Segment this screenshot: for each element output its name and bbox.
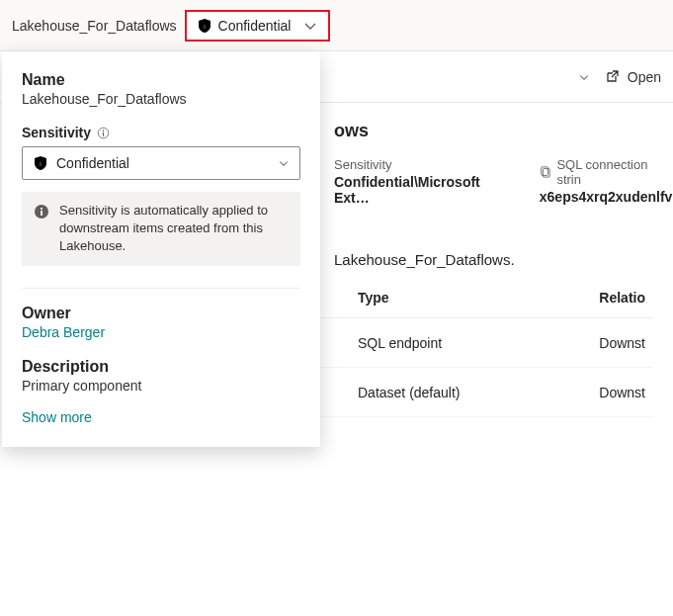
open-button[interactable]: Open: [604, 69, 661, 85]
sensitivity-field-value: Confidential\Microsoft Ext…: [334, 174, 480, 206]
name-heading: Name: [22, 71, 300, 89]
owner-heading: Owner: [22, 305, 300, 322]
chevron-down-icon: [302, 18, 318, 34]
col-type[interactable]: Type: [350, 278, 548, 318]
open-label: Open: [628, 69, 661, 85]
open-external-icon: [604, 69, 620, 85]
sensitivity-heading: Sensitivity: [22, 125, 300, 140]
sensitivity-callout: Sensitivity is automatically applied to …: [22, 192, 300, 266]
sql-connection-label: SQL connection strin: [540, 157, 673, 187]
details-flyout: Name Lakehouse_For_Dataflows Sensitivity…: [2, 51, 320, 447]
sensitivity-chip-label: Confidential: [218, 18, 292, 34]
shield-icon: [33, 155, 48, 171]
svg-point-7: [103, 130, 105, 132]
row-relation: Downst: [548, 368, 653, 417]
chevron-down-icon: [278, 157, 290, 169]
description-value: Primary component: [22, 378, 300, 394]
owner-link[interactable]: Debra Berger: [22, 324, 300, 340]
related-heading: Lakehouse_For_Dataflows.: [334, 251, 653, 268]
sensitivity-select-value: Confidential: [56, 155, 129, 171]
col-relation[interactable]: Relatio: [548, 278, 653, 318]
row-relation: Downst: [548, 318, 653, 368]
row-type: Dataset (default): [350, 368, 548, 417]
shield-icon: [197, 18, 212, 34]
name-value: Lakehouse_For_Dataflows: [22, 91, 300, 107]
info-icon[interactable]: [97, 127, 110, 139]
show-more-link[interactable]: Show more: [22, 409, 92, 425]
copy-icon: [540, 165, 553, 179]
svg-rect-11: [41, 211, 42, 216]
chevron-down-icon[interactable]: [578, 71, 590, 83]
svg-point-10: [41, 208, 42, 210]
sensitivity-chip[interactable]: Confidential: [185, 10, 331, 42]
sensitivity-select[interactable]: Confidential: [22, 146, 300, 180]
sensitivity-field-label: Sensitivity: [334, 157, 480, 172]
info-icon: [34, 204, 49, 220]
page-title-suffix: ows: [334, 121, 653, 141]
sql-connection-value: x6eps4xrq2xudenlfv: [540, 189, 673, 205]
breadcrumb[interactable]: Lakehouse_For_Dataflows: [12, 18, 177, 34]
svg-rect-8: [103, 132, 104, 135]
row-type: SQL endpoint: [350, 318, 548, 368]
description-heading: Description: [22, 358, 300, 376]
